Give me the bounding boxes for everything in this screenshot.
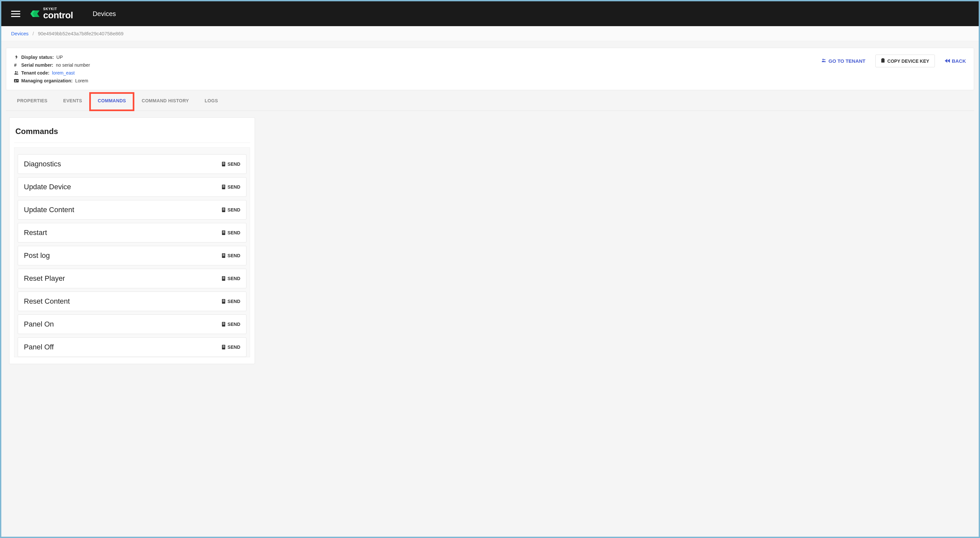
- tab-events[interactable]: EVENTS: [55, 92, 90, 110]
- send-button[interactable]: SEND: [222, 276, 240, 281]
- command-label: Reset Content: [24, 297, 70, 306]
- svg-rect-22: [223, 186, 224, 187]
- command-item: Update ContentSEND: [18, 200, 247, 220]
- topbar: SKYKIT control Devices: [1, 1, 979, 26]
- tenant-link[interactable]: lorem_east: [52, 70, 75, 75]
- device-icon: [222, 253, 226, 258]
- tab-properties[interactable]: PROPERTIES: [9, 92, 55, 110]
- device-icon: [222, 345, 226, 349]
- users-icon: [821, 58, 826, 64]
- svg-point-4: [17, 72, 18, 73]
- command-label: Panel On: [24, 320, 54, 328]
- svg-rect-31: [223, 233, 224, 233]
- svg-rect-38: [223, 278, 224, 278]
- logo-icon: [30, 9, 40, 19]
- back-label: BACK: [952, 58, 966, 64]
- managing-value: Lorem: [75, 78, 88, 83]
- command-item: Panel OffSEND: [18, 337, 247, 357]
- copy-device-key-button[interactable]: COPY DEVICE KEY: [875, 54, 935, 67]
- svg-rect-30: [223, 232, 224, 232]
- go-to-tenant-label: GO TO TENANT: [828, 58, 865, 64]
- send-button[interactable]: SEND: [222, 161, 240, 167]
- svg-rect-43: [223, 301, 224, 302]
- svg-rect-7: [15, 81, 16, 82]
- send-button[interactable]: SEND: [222, 344, 240, 350]
- tabs: PROPERTIESEVENTSCOMMANDSCOMMAND HISTORYL…: [6, 92, 974, 111]
- svg-rect-9: [17, 81, 18, 81]
- serial-number-row: # Serial number: no serial number: [14, 62, 90, 68]
- svg-rect-42: [223, 301, 224, 301]
- svg-rect-21: [223, 185, 224, 186]
- breadcrumb-link-devices[interactable]: Devices: [11, 31, 29, 36]
- command-label: Diagnostics: [24, 160, 61, 168]
- back-button[interactable]: BACK: [945, 58, 966, 64]
- tab-logs[interactable]: LOGS: [197, 92, 226, 110]
- command-item: Post logSEND: [18, 246, 247, 266]
- device-icon: [222, 322, 226, 326]
- go-to-tenant-button[interactable]: GO TO TENANT: [821, 58, 865, 64]
- svg-rect-23: [223, 187, 224, 187]
- svg-point-10: [822, 59, 824, 60]
- svg-point-3: [15, 71, 16, 73]
- send-label: SEND: [228, 161, 240, 167]
- device-icon: [222, 231, 226, 235]
- brand-big: control: [43, 10, 73, 20]
- command-item: Reset ContentSEND: [18, 291, 247, 311]
- display-status-value: UP: [57, 54, 63, 60]
- svg-rect-51: [223, 347, 224, 347]
- send-button[interactable]: SEND: [222, 253, 240, 258]
- tab-commands[interactable]: COMMANDS: [90, 92, 134, 110]
- svg-text:#: #: [14, 63, 17, 67]
- serial-label: Serial number:: [21, 62, 53, 68]
- panel-title: Commands: [14, 122, 250, 143]
- command-label: Reset Player: [24, 274, 65, 283]
- command-label: Post log: [24, 251, 50, 260]
- svg-point-6: [15, 80, 16, 81]
- send-label: SEND: [228, 276, 240, 281]
- svg-rect-8: [17, 80, 18, 80]
- svg-rect-12: [881, 59, 885, 63]
- send-button[interactable]: SEND: [222, 322, 240, 327]
- commands-panel: Commands DiagnosticsSENDUpdate DeviceSEN…: [9, 117, 255, 364]
- send-button[interactable]: SEND: [222, 207, 240, 212]
- managing-label: Managing organization:: [21, 78, 73, 83]
- svg-rect-49: [223, 345, 224, 346]
- svg-rect-13: [882, 58, 884, 59]
- rewind-icon: [945, 58, 950, 64]
- send-button[interactable]: SEND: [222, 299, 240, 304]
- command-item: Update DeviceSEND: [18, 177, 247, 197]
- svg-point-11: [824, 59, 826, 60]
- clipboard-icon: [881, 58, 885, 64]
- command-label: Panel Off: [24, 343, 54, 351]
- svg-rect-17: [223, 162, 224, 163]
- send-label: SEND: [228, 322, 240, 327]
- command-item: RestartSEND: [18, 223, 247, 242]
- hash-icon: #: [14, 63, 19, 67]
- send-button[interactable]: SEND: [222, 185, 240, 189]
- device-info-card: Display status: UP # Serial number: no s…: [6, 48, 974, 90]
- command-label: Update Content: [24, 205, 74, 214]
- users-icon: [14, 71, 19, 75]
- command-item: Panel OnSEND: [18, 314, 247, 334]
- id-card-icon: [14, 78, 19, 83]
- svg-rect-35: [223, 256, 224, 256]
- command-item: Reset PlayerSEND: [18, 269, 247, 288]
- send-label: SEND: [228, 207, 240, 212]
- copy-device-key-label: COPY DEVICE KEY: [888, 59, 929, 64]
- device-icon: [222, 162, 226, 166]
- logo[interactable]: SKYKIT control: [30, 8, 73, 20]
- send-label: SEND: [228, 230, 240, 236]
- send-label: SEND: [228, 185, 240, 189]
- device-icon: [222, 299, 226, 304]
- display-status-label: Display status:: [21, 54, 54, 60]
- svg-rect-29: [223, 231, 224, 231]
- svg-marker-14: [945, 59, 947, 63]
- send-label: SEND: [228, 253, 240, 258]
- menu-icon[interactable]: [11, 9, 20, 18]
- send-button[interactable]: SEND: [222, 230, 240, 236]
- tab-command-history[interactable]: COMMAND HISTORY: [134, 92, 197, 110]
- command-label: Restart: [24, 228, 47, 237]
- tenant-label: Tenant code:: [21, 70, 49, 75]
- bolt-icon: [14, 55, 19, 59]
- page-title: Devices: [92, 10, 116, 18]
